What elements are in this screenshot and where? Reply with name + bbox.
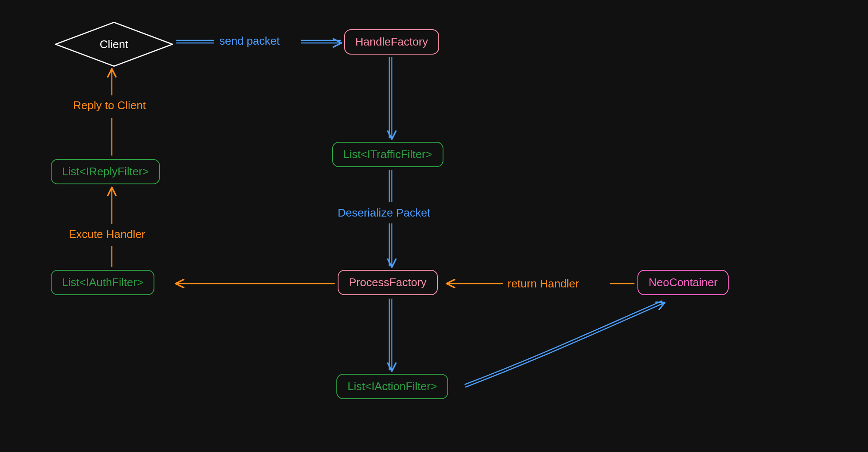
process-factory-node: ProcessFactory <box>338 270 438 295</box>
reply-filter-node: List<IReplyFilter> <box>51 159 160 184</box>
auth-filter-node: List<IAuthFilter> <box>51 270 154 295</box>
handle-factory-label: HandleFactory <box>355 35 428 49</box>
deserialize-label: Deserialize Packet <box>338 206 430 220</box>
execute-handler-label: Excute Handler <box>69 228 145 241</box>
traffic-filter-node: List<ITrafficFilter> <box>332 142 443 167</box>
return-handler-label: return Handler <box>508 277 579 290</box>
neo-container-label: NeoContainer <box>649 276 717 289</box>
reply-client-label: Reply to Client <box>73 99 146 112</box>
reply-filter-label: List<IReplyFilter> <box>62 165 149 178</box>
neo-container-node: NeoContainer <box>637 270 729 295</box>
arrow-action-to-neocontainer <box>465 301 664 387</box>
send-packet-label: send packet <box>219 34 280 48</box>
action-filter-node: List<IActionFilter> <box>336 374 448 399</box>
client-node: Client <box>54 21 174 68</box>
arrow-handlefactory-to-traffic <box>389 57 392 138</box>
handle-factory-node: HandleFactory <box>344 29 439 55</box>
arrow-process-to-action <box>389 299 392 370</box>
auth-filter-label: List<IAuthFilter> <box>62 276 143 289</box>
action-filter-label: List<IActionFilter> <box>348 380 437 393</box>
client-label: Client <box>100 38 128 51</box>
traffic-filter-label: List<ITrafficFilter> <box>343 148 432 161</box>
process-factory-label: ProcessFactory <box>349 276 427 289</box>
